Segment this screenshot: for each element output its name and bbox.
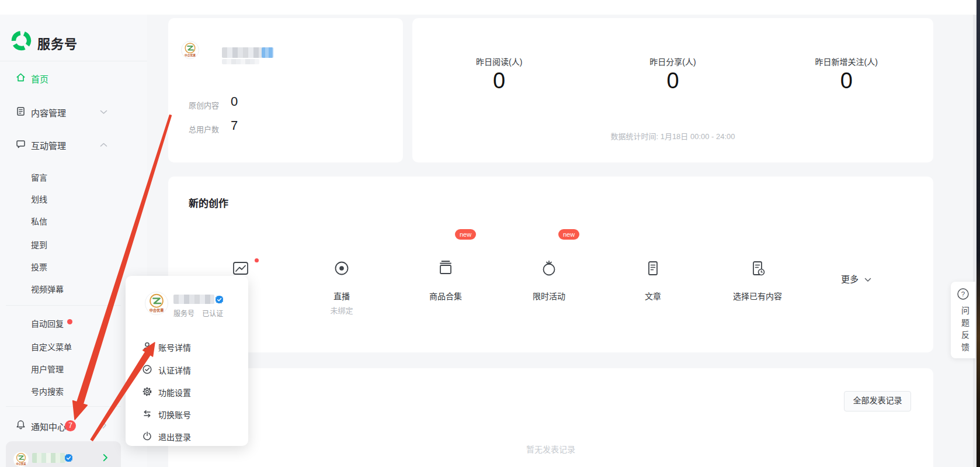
popup-account-name-blurred [173, 295, 214, 304]
new-badge: new [455, 229, 476, 240]
verified-badge-icon [216, 296, 223, 303]
divider [0, 61, 147, 61]
divider [6, 406, 121, 407]
creation-item-label: 选择已有内容 [722, 290, 793, 302]
sidebar-item-label: 首页 [31, 72, 48, 85]
check-circle-icon [142, 364, 152, 375]
person-icon [142, 341, 152, 352]
feedback-label: 问题反馈 [959, 306, 971, 355]
sidebar-item-underline[interactable]: 划线 [31, 193, 47, 205]
sidebar-item-label: 内容管理 [31, 106, 66, 119]
sidebar-item-label: 互动管理 [31, 139, 66, 151]
menu-item-feature-settings[interactable]: 功能设置 [126, 385, 248, 399]
bell-icon [16, 420, 26, 430]
menu-item-account-detail[interactable]: 账号详情 [126, 340, 248, 354]
new-badge: new [558, 229, 579, 240]
creation-item-label: 限时活动 [514, 290, 584, 302]
publish-records-card: 全部发表记录 暂无发表记录 [168, 368, 933, 467]
empty-records-text: 暂无发表记录 [168, 443, 933, 455]
window-edge-strip [976, 0, 980, 467]
power-icon [142, 431, 152, 441]
sidebar-account-row[interactable] [6, 441, 121, 467]
profile-avatar [181, 41, 199, 59]
divider [6, 305, 121, 306]
sidebar-item-video-danmu[interactable]: 视频弹幕 [31, 283, 64, 295]
profile-card: 原创内容 0 总用户数 7 [168, 18, 403, 162]
feedback-button[interactable]: ? 问题反馈 [951, 282, 975, 358]
activity-icon [539, 258, 559, 278]
menu-item-label: 退出登录 [158, 431, 191, 442]
creation-item-label: 商品合集 [411, 290, 481, 302]
card-title: 新的创作 [189, 195, 228, 210]
svg-text:?: ? [961, 290, 965, 298]
menu-item-label: 切换账号 [158, 409, 191, 420]
chevron-right-icon [102, 421, 107, 429]
stat-value: 0 [586, 68, 759, 94]
home-icon [16, 72, 26, 82]
brand-logo-icon [11, 30, 32, 51]
account-type-label: 服务号 [173, 310, 194, 318]
more-label: 更多 [841, 274, 859, 284]
profile-name-blurred-line2 [222, 59, 259, 64]
sidebar-item-custom-menu[interactable]: 自定义菜单 [31, 341, 72, 352]
creation-item-existing-content[interactable]: 选择已有内容 [722, 229, 793, 317]
brand-title: 服务号 [37, 33, 78, 52]
sidebar-item-content-mgmt[interactable]: 内容管理 [0, 105, 147, 120]
menu-item-label: 认证详情 [158, 364, 191, 376]
stat-label: 昨日阅读(人) [412, 56, 586, 67]
all-publish-records-button[interactable]: 全部发表记录 [844, 391, 911, 411]
collection-icon [436, 258, 456, 278]
gear-icon [142, 386, 152, 397]
image-icon [231, 258, 251, 278]
account-type-verified: 服务号 已认证 [173, 308, 223, 318]
wechat-official-account-dashboard: 服务号 首页 内容管理 互动管理 留言 [0, 0, 980, 467]
creation-item-activity[interactable]: 限时活动 new [514, 229, 584, 317]
menu-item-logout[interactable]: 退出登录 [126, 429, 248, 443]
sidebar-item-home[interactable]: 首页 [0, 71, 147, 86]
document-clock-icon [748, 258, 767, 278]
new-creation-card: 新的创作 直播 未绑定 商品合集 new [168, 177, 933, 352]
verified-badge-icon [65, 454, 72, 462]
original-content-label: 原创内容 [189, 99, 219, 110]
chevron-right-icon [103, 454, 108, 462]
new-content-dot [255, 258, 259, 262]
menu-item-label: 功能设置 [158, 386, 191, 398]
sidebar-item-private-msg[interactable]: 私信 [31, 215, 47, 227]
notice-badge: 7 [65, 420, 76, 431]
account-avatar [13, 451, 29, 467]
creation-item-live[interactable]: 直播 未绑定 [307, 229, 377, 317]
sidebar-item-messages[interactable]: 留言 [31, 171, 47, 183]
verified-label: 已认证 [202, 310, 223, 318]
total-users-label: 总用户数 [189, 123, 219, 134]
menu-item-cert-detail[interactable]: 认证详情 [126, 362, 248, 376]
creation-item-article[interactable]: 文章 [618, 229, 688, 317]
sidebar-item-interact-mgmt[interactable]: 互动管理 [0, 137, 147, 153]
creation-item-label: 文章 [618, 290, 688, 302]
menu-item-switch-account[interactable]: 切换账号 [126, 407, 248, 421]
document-icon [16, 106, 26, 116]
account-name-blurred [32, 453, 65, 463]
sidebar-item-auto-reply[interactable]: 自动回复 [31, 317, 64, 329]
chevron-down-icon [100, 110, 107, 115]
sidebar-item-votes[interactable]: 投票 [31, 261, 47, 272]
creation-item-sublabel: 未绑定 [307, 305, 377, 316]
chevron-down-icon [864, 278, 871, 282]
popup-avatar [145, 292, 168, 315]
creation-item-label: 直播 [307, 290, 377, 302]
auto-reply-alert-dot [67, 319, 72, 324]
switch-arrows-icon [142, 409, 152, 419]
more-link[interactable]: 更多 [841, 272, 871, 285]
menu-item-label: 账号详情 [158, 341, 191, 353]
creation-item-collection[interactable]: 商品合集 new [411, 229, 481, 317]
stats-time-range: 数据统计时间: 1月18日 00:00 - 24:00 [412, 130, 933, 141]
live-icon [332, 258, 352, 278]
question-circle-icon: ? [957, 288, 969, 300]
sidebar-item-account-search[interactable]: 号内搜索 [31, 385, 64, 397]
sidebar-item-user-mgmt[interactable]: 用户管理 [31, 363, 64, 375]
account-popup-menu: 服务号 已认证 账号详情 认证详情 功能设置 切换账号 [126, 276, 248, 446]
stat-label: 昨日新增关注(人) [760, 56, 933, 67]
yesterday-stats-card: 昨日阅读(人) 0 昨日分享(人) 0 昨日新增关注(人) 0 数据统计时间: … [412, 18, 933, 162]
chat-bubble-icon [16, 139, 26, 149]
sidebar-item-mentions[interactable]: 提到 [31, 238, 47, 250]
stat-label: 昨日分享(人) [586, 56, 759, 67]
